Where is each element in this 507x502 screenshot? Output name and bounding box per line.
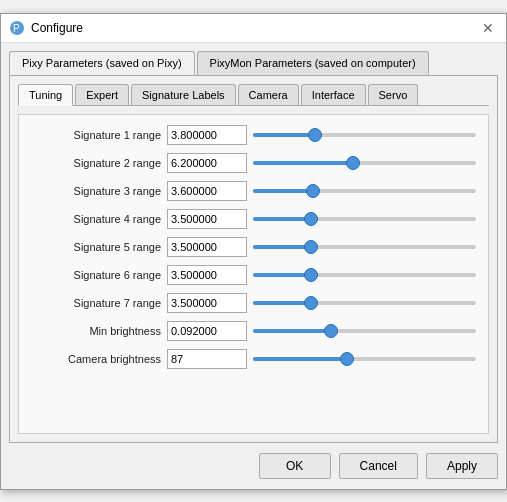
param-label-3: Signature 4 range <box>31 213 161 225</box>
slider-track-0[interactable] <box>253 133 476 137</box>
app-icon: P <box>9 20 25 36</box>
outer-tab-pixymon-params[interactable]: PixyMon Parameters (saved on computer) <box>197 51 429 75</box>
param-row-5: Signature 6 range <box>31 265 476 285</box>
param-row-7: Min brightness <box>31 321 476 341</box>
content-area: Tuning Expert Signature Labels Camera In… <box>9 75 498 443</box>
apply-button[interactable]: Apply <box>426 453 498 479</box>
slider-fill-4 <box>253 245 311 249</box>
tab-expert[interactable]: Expert <box>75 84 129 105</box>
slider-thumb-1[interactable] <box>346 156 360 170</box>
param-row-3: Signature 4 range <box>31 209 476 229</box>
slider-track-7[interactable] <box>253 329 476 333</box>
param-input-8[interactable] <box>167 349 247 369</box>
window-title: Configure <box>31 21 83 35</box>
param-label-0: Signature 1 range <box>31 129 161 141</box>
tab-servo[interactable]: Servo <box>368 84 419 105</box>
title-bar-left: P Configure <box>9 20 83 36</box>
param-input-2[interactable] <box>167 181 247 201</box>
slider-track-4[interactable] <box>253 245 476 249</box>
slider-fill-5 <box>253 273 311 277</box>
svg-text:P: P <box>13 23 20 34</box>
param-label-4: Signature 5 range <box>31 241 161 253</box>
slider-container-3 <box>253 209 476 229</box>
param-input-3[interactable] <box>167 209 247 229</box>
tab-signature-labels[interactable]: Signature Labels <box>131 84 236 105</box>
slider-thumb-6[interactable] <box>304 296 318 310</box>
param-input-1[interactable] <box>167 153 247 173</box>
slider-fill-0 <box>253 133 315 137</box>
slider-thumb-7[interactable] <box>324 324 338 338</box>
slider-thumb-5[interactable] <box>304 268 318 282</box>
slider-container-7 <box>253 321 476 341</box>
tab-tuning[interactable]: Tuning <box>18 84 73 106</box>
ok-button[interactable]: OK <box>259 453 331 479</box>
slider-fill-7 <box>253 329 331 333</box>
inner-tab-bar: Tuning Expert Signature Labels Camera In… <box>18 84 489 106</box>
tab-camera[interactable]: Camera <box>238 84 299 105</box>
params-area: Signature 1 rangeSignature 2 rangeSignat… <box>18 114 489 434</box>
param-input-5[interactable] <box>167 265 247 285</box>
slider-container-0 <box>253 125 476 145</box>
param-label-2: Signature 3 range <box>31 185 161 197</box>
slider-thumb-3[interactable] <box>304 212 318 226</box>
slider-track-1[interactable] <box>253 161 476 165</box>
slider-container-6 <box>253 293 476 313</box>
param-input-7[interactable] <box>167 321 247 341</box>
slider-fill-2 <box>253 189 313 193</box>
footer: OK Cancel Apply <box>1 443 506 489</box>
slider-thumb-0[interactable] <box>308 128 322 142</box>
slider-container-8 <box>253 349 476 369</box>
slider-fill-3 <box>253 217 311 221</box>
param-row-2: Signature 3 range <box>31 181 476 201</box>
slider-fill-8 <box>253 357 347 361</box>
slider-fill-6 <box>253 301 311 305</box>
cancel-button[interactable]: Cancel <box>339 453 418 479</box>
param-row-8: Camera brightness <box>31 349 476 369</box>
slider-thumb-2[interactable] <box>306 184 320 198</box>
slider-track-6[interactable] <box>253 301 476 305</box>
tab-interface[interactable]: Interface <box>301 84 366 105</box>
slider-thumb-4[interactable] <box>304 240 318 254</box>
slider-fill-1 <box>253 161 353 165</box>
slider-track-5[interactable] <box>253 273 476 277</box>
slider-track-8[interactable] <box>253 357 476 361</box>
slider-track-2[interactable] <box>253 189 476 193</box>
param-input-4[interactable] <box>167 237 247 257</box>
outer-tab-pixy-params[interactable]: Pixy Parameters (saved on Pixy) <box>9 51 195 75</box>
slider-track-3[interactable] <box>253 217 476 221</box>
param-label-5: Signature 6 range <box>31 269 161 281</box>
param-label-8: Camera brightness <box>31 353 161 365</box>
param-label-1: Signature 2 range <box>31 157 161 169</box>
slider-thumb-8[interactable] <box>340 352 354 366</box>
param-input-6[interactable] <box>167 293 247 313</box>
param-input-0[interactable] <box>167 125 247 145</box>
close-button[interactable]: ✕ <box>478 21 498 35</box>
slider-container-4 <box>253 237 476 257</box>
param-row-0: Signature 1 range <box>31 125 476 145</box>
param-row-4: Signature 5 range <box>31 237 476 257</box>
param-row-1: Signature 2 range <box>31 153 476 173</box>
slider-container-5 <box>253 265 476 285</box>
title-bar: P Configure ✕ <box>1 14 506 43</box>
param-label-6: Signature 7 range <box>31 297 161 309</box>
param-row-6: Signature 7 range <box>31 293 476 313</box>
slider-container-1 <box>253 153 476 173</box>
param-label-7: Min brightness <box>31 325 161 337</box>
slider-container-2 <box>253 181 476 201</box>
outer-tab-bar: Pixy Parameters (saved on Pixy) PixyMon … <box>1 43 506 75</box>
configure-window: P Configure ✕ Pixy Parameters (saved on … <box>0 13 507 490</box>
